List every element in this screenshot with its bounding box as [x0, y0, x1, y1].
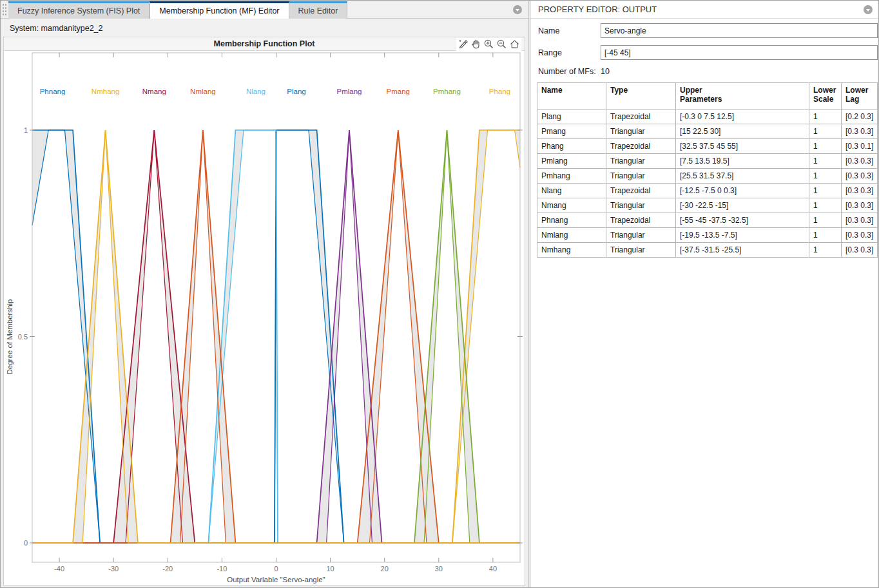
mf-table-row-pmlang[interactable]: PmlangTriangular[7.5 13.5 19.5]1[0.3 0.3…: [537, 154, 878, 169]
mf-table-cell[interactable]: Pmlang: [537, 154, 606, 169]
mf-table-row-phnang[interactable]: PhnangTrapezoidal[-55 -45 -37.5 -32.5]1[…: [537, 213, 878, 228]
mf-table-cell[interactable]: [15 22.5 30]: [676, 124, 809, 139]
zoom-in-icon[interactable]: [483, 39, 494, 50]
mf-table-cell[interactable]: 1: [809, 109, 842, 124]
mf-table-cell[interactable]: [0.3 0.3]: [842, 169, 878, 184]
mf-table-cell[interactable]: Trapezoidal: [606, 184, 676, 198]
mf-table-row-nmhang[interactable]: NmhangTriangular[-37.5 -31.5 -25.5]1[0.3…: [537, 243, 878, 258]
mf-table-cell[interactable]: Triangular: [606, 198, 676, 213]
mf-table-row-pmhang[interactable]: PmhangTriangular[25.5 31.5 37.5]1[0.3 0.…: [537, 169, 878, 184]
panel-collapse-icon[interactable]: [513, 5, 522, 14]
mf-table-cell[interactable]: Nmhang: [537, 243, 606, 258]
mf-table-cell[interactable]: Triangular: [606, 243, 676, 258]
mf-table-cell[interactable]: 1: [809, 213, 842, 228]
mf-table-cell[interactable]: [-19.5 -13.5 -7.5]: [676, 228, 809, 243]
mf-label-nmang[interactable]: Nmang: [142, 88, 166, 95]
mf-table-cell[interactable]: [0.3 0.3]: [842, 184, 878, 198]
mf-table-cell[interactable]: Phnang: [537, 213, 606, 228]
mf-table-cell[interactable]: Triangular: [606, 169, 676, 184]
mf-table-cell[interactable]: Nmang: [537, 198, 606, 213]
mf-label-nlang[interactable]: Nlang: [246, 88, 266, 95]
mf-label-phnang[interactable]: Phnang: [40, 88, 66, 95]
mf-plot-axes[interactable]: -40-30-20-1001020304000.51Output Variabl…: [4, 51, 525, 585]
mf-table-row-phang[interactable]: PhangTrapezoidal[32.5 37.5 45 55]1[0.3 0…: [537, 139, 878, 154]
mf-table-cell[interactable]: [0.3 0.3]: [842, 213, 878, 228]
mf-table-row-pmang[interactable]: PmangTriangular[15 22.5 30]1[0.3 0.3]: [537, 124, 878, 139]
mf-table-cell[interactable]: 1: [809, 184, 842, 198]
mf-table-row-nmlang[interactable]: NmlangTriangular[-19.5 -13.5 -7.5]1[0.3 …: [537, 228, 878, 243]
mf-table-cell[interactable]: [-30 -22.5 -15]: [676, 198, 809, 213]
mf-table-cell[interactable]: 1: [809, 198, 842, 213]
mf-table-cell[interactable]: 1: [809, 243, 842, 258]
plot-background: [32, 53, 520, 562]
mf-table-cell[interactable]: Pmang: [537, 124, 606, 139]
mf-table-cell[interactable]: Trapezoidal: [606, 139, 676, 154]
mf-table-cell[interactable]: Nmlang: [537, 228, 606, 243]
mf-table-cell[interactable]: 1: [809, 124, 842, 139]
mf-table-cell[interactable]: Triangular: [606, 124, 676, 139]
pan-hand-icon[interactable]: [470, 39, 481, 50]
x-axis-tick-label: -30: [108, 565, 119, 573]
system-name-label: System: mamdanitype2_2: [10, 24, 103, 33]
mf-table-cell[interactable]: Triangular: [606, 228, 676, 243]
zoom-out-icon[interactable]: [496, 39, 507, 50]
mf-label-phang[interactable]: Phang: [489, 88, 510, 95]
mf-table-cell[interactable]: [0.2 0.3]: [842, 109, 878, 124]
property-editor-header: PROPERTY EDITOR: OUTPUT: [530, 1, 879, 19]
edit-brush-icon[interactable]: [458, 39, 468, 50]
mf-table-row-nlang[interactable]: NlangTrapezoidal[-12.5 -7.5 0 0.3]1[0.3 …: [537, 184, 878, 198]
range-input[interactable]: [601, 45, 878, 60]
mf-table-cell[interactable]: 1: [809, 169, 842, 184]
mf-table-cell[interactable]: Phang: [537, 139, 606, 154]
mf-table-cell[interactable]: [-0.3 0 7.5 12.5]: [676, 109, 809, 124]
mf-table-cell[interactable]: [0.3 0.3]: [842, 154, 878, 169]
property-editor-panel: PROPERTY EDITOR: OUTPUT Name Range Numbe…: [530, 1, 879, 587]
mf-table-cell[interactable]: Nlang: [537, 184, 606, 198]
mf-table-row-plang[interactable]: PlangTrapezoidal[-0.3 0 7.5 12.5]1[0.2 0…: [537, 109, 878, 124]
mf-table-cell[interactable]: [32.5 37.5 45 55]: [676, 139, 809, 154]
mf-table-cell[interactable]: [0.3 0.3]: [842, 124, 878, 139]
mf-table-cell[interactable]: [-37.5 -31.5 -25.5]: [676, 243, 809, 258]
tab-fis-plot[interactable]: Fuzzy Inference System (FIS) Plot: [8, 1, 150, 19]
tab-mf-editor[interactable]: Membership Function (MF) Editor: [150, 1, 289, 19]
axes-toolbar: [456, 38, 521, 51]
mf-table-cell[interactable]: [0.3 0.1]: [842, 139, 878, 154]
name-field-label: Name: [538, 26, 559, 35]
mf-table-cell[interactable]: 1: [809, 139, 842, 154]
name-input[interactable]: [601, 23, 878, 38]
mf-table-cell[interactable]: [-12.5 -7.5 0 0.3]: [676, 184, 809, 198]
mf-table-cell[interactable]: [7.5 13.5 19.5]: [676, 154, 809, 169]
x-axis-tick-label: 20: [381, 565, 389, 573]
app-window: Fuzzy Inference System (FIS) Plot Member…: [0, 0, 879, 588]
mf-label-nmlang[interactable]: Nmlang: [190, 88, 216, 95]
mf-label-nmhang[interactable]: Nmhang: [92, 88, 119, 95]
mf-table-cell[interactable]: [25.5 31.5 37.5]: [676, 169, 809, 184]
mf-table-col-header[interactable]: Type: [606, 83, 676, 109]
mf-table-cell[interactable]: [-55 -45 -37.5 -32.5]: [676, 213, 809, 228]
mf-label-pmlang[interactable]: Pmlang: [337, 88, 362, 95]
mf-table-cell[interactable]: Trapezoidal: [606, 109, 676, 124]
x-axis-tick-label: 30: [435, 565, 443, 573]
mf-table-cell[interactable]: [0.3 0.3]: [842, 198, 878, 213]
home-icon[interactable]: [509, 39, 520, 50]
mf-table-cell[interactable]: [0.3 0.3]: [842, 228, 878, 243]
mf-label-plang[interactable]: Plang: [287, 88, 305, 95]
mf-label-pmhang[interactable]: Pmhang: [433, 88, 461, 95]
mf-table-col-header[interactable]: Upper Parameters: [676, 83, 809, 109]
range-field-label: Range: [538, 48, 562, 57]
mf-table-col-header[interactable]: Name: [537, 83, 606, 109]
mf-label-pmang[interactable]: Pmang: [387, 88, 410, 95]
mf-table-cell[interactable]: Pmhang: [537, 169, 606, 184]
mf-table-cell[interactable]: 1: [809, 154, 842, 169]
property-editor-collapse-icon[interactable]: [864, 5, 873, 14]
mf-table-row-nmang[interactable]: NmangTriangular[-30 -22.5 -15]1[0.3 0.3]: [537, 198, 878, 213]
tab-rule-editor[interactable]: Rule Editor: [289, 1, 348, 19]
mf-table-cell[interactable]: [0.3 0.3]: [842, 243, 878, 258]
panel-drag-handle[interactable]: [2, 3, 7, 17]
mf-table-cell[interactable]: Triangular: [606, 154, 676, 169]
mf-table-cell[interactable]: Plang: [537, 109, 606, 124]
mf-table-cell[interactable]: Trapezoidal: [606, 213, 676, 228]
mf-table-col-header[interactable]: Lower Scale: [809, 83, 842, 109]
mf-table-col-header[interactable]: Lower Lag: [842, 83, 878, 109]
mf-table-cell[interactable]: 1: [809, 228, 842, 243]
